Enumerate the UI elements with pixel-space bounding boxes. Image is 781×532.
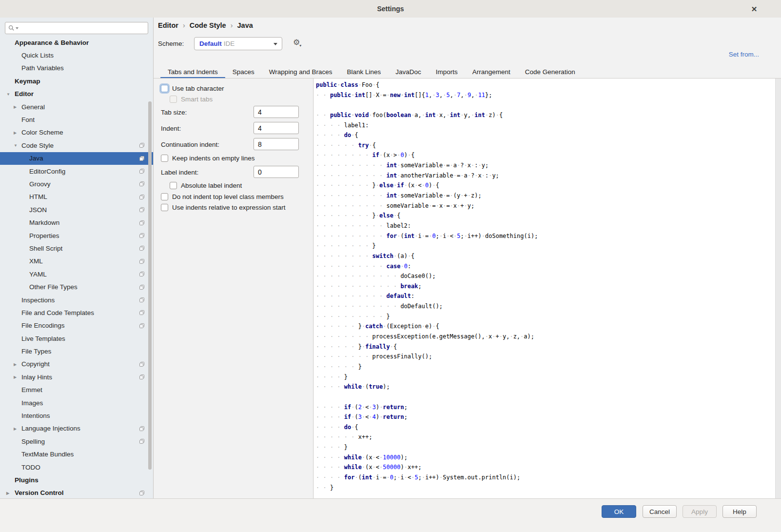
sidebar-item-groovy[interactable]: Groovy — [0, 177, 153, 190]
tab-javadoc[interactable]: JavaDoc — [388, 65, 429, 79]
expand-arrow-icon[interactable]: ▶ — [14, 426, 17, 431]
copy-settings-icon — [139, 271, 145, 277]
collapse-arrow-icon[interactable]: ▼ — [14, 143, 18, 148]
breadcrumb-item-java[interactable]: Java — [237, 21, 253, 29]
code-line — [316, 392, 781, 402]
tab-wrapping-and-braces[interactable]: Wrapping and Braces — [262, 65, 340, 79]
sidebar-item-html[interactable]: HTML — [0, 191, 153, 203]
use-indents-relative-checkbox[interactable] — [161, 204, 168, 211]
code-line: · · · · · · · · · · default: — [316, 291, 781, 301]
sidebar-item-plugins[interactable]: Plugins — [0, 473, 153, 486]
collapse-arrow-icon[interactable]: ▼ — [6, 92, 10, 96]
help-button[interactable]: Help — [722, 505, 757, 518]
sidebar-item-shell-script[interactable]: Shell Script — [0, 242, 153, 255]
breadcrumb-item-code-style[interactable]: Code Style — [190, 21, 226, 29]
search-box[interactable] — [5, 22, 148, 34]
sidebar-item-code-style[interactable]: ▼Code Style — [0, 139, 153, 152]
copy-settings-icon — [139, 438, 145, 444]
sidebar-item-copyright[interactable]: ▶Copyright — [0, 358, 153, 371]
sidebar-item-inspections[interactable]: Inspections — [0, 294, 153, 306]
label-indent-label: Label indent: — [161, 166, 198, 178]
sidebar-item-appearance-behavior[interactable]: Appearance & Behavior — [0, 36, 153, 49]
tab-arrangement[interactable]: Arrangement — [465, 65, 518, 79]
sidebar-item-version-control[interactable]: ▶Version Control — [0, 487, 153, 499]
code-preview-pane[interactable]: public·class·Foo·{· · public·int[]·X·=·n… — [314, 79, 781, 498]
keep-indents-label: Keep indents on empty lines — [172, 155, 255, 162]
continuation-indent-input[interactable] — [254, 138, 299, 150]
use-indents-relative-row: Use indents relative to expression start — [161, 204, 286, 211]
do-not-indent-top-level-checkbox[interactable] — [161, 193, 168, 200]
cancel-button[interactable]: Cancel — [643, 505, 677, 518]
keep-indents-checkbox[interactable] — [161, 155, 168, 162]
absolute-label-indent-row: Absolute label indent — [170, 182, 242, 189]
sidebar-scrollbar[interactable] — [148, 101, 152, 470]
sidebar-item-other-file-types[interactable]: Other File Types — [0, 280, 153, 293]
sidebar-item-xml[interactable]: XML — [0, 255, 153, 268]
sidebar-item-path-variables[interactable]: Path Variables — [0, 62, 153, 75]
sidebar-item-quick-lists[interactable]: Quick Lists — [0, 49, 153, 61]
tab-tabs-and-indents[interactable]: Tabs and Indents — [160, 65, 225, 79]
sidebar-item-images[interactable]: Images — [0, 396, 153, 409]
tabs-and-indents-form: Use tab character Smart tabs Tab size: I… — [154, 79, 313, 498]
indent-input[interactable] — [254, 122, 299, 134]
sidebar-item-spelling[interactable]: Spelling — [0, 435, 153, 448]
code-line: · · · · · · · · · · int·anotherVariable·… — [316, 171, 781, 181]
sidebar-item-editor[interactable]: ▼Editor — [0, 88, 153, 100]
sidebar-item-file-types[interactable]: File Types — [0, 345, 153, 357]
sidebar-item-yaml[interactable]: YAML — [0, 268, 153, 280]
code-line: · · · · · · · · processFinally(); — [316, 352, 781, 362]
sidebar-item-label: Plugins — [15, 476, 39, 484]
sidebar-item-label: JSON — [29, 206, 47, 214]
sidebar-item-editorconfig[interactable]: EditorConfig — [0, 165, 153, 177]
search-history-caret-icon[interactable] — [16, 27, 19, 29]
scheme-gear-button[interactable]: ⚙▾ — [293, 38, 301, 48]
copy-settings-icon — [139, 426, 145, 432]
sidebar-item-live-templates[interactable]: Live Templates — [0, 332, 153, 345]
scheme-value: Default — [199, 40, 222, 47]
sidebar-item-properties[interactable]: Properties — [0, 229, 153, 242]
sidebar-item-label: XML — [29, 257, 43, 265]
sidebar-item-todo[interactable]: TODO — [0, 461, 153, 473]
sidebar-item-emmet[interactable]: Emmet — [0, 384, 153, 396]
sidebar-item-file-encodings[interactable]: File Encodings — [0, 319, 153, 332]
scheme-select[interactable]: DefaultIDE — [194, 37, 282, 50]
tab-imports[interactable]: Imports — [429, 65, 465, 79]
use-tab-character-checkbox[interactable] — [161, 85, 168, 92]
absolute-label-indent-checkbox[interactable] — [170, 182, 177, 189]
sidebar-item-inlay-hints[interactable]: ▶Inlay Hints — [0, 371, 153, 383]
expand-arrow-icon[interactable]: ▶ — [14, 105, 17, 109]
expand-arrow-icon[interactable]: ▶ — [14, 362, 17, 366]
sidebar-item-label: File Encodings — [21, 322, 65, 329]
tab-spaces[interactable]: Spaces — [225, 65, 262, 79]
label-indent-input[interactable] — [254, 166, 299, 178]
keep-indents-row: Keep indents on empty lines — [161, 155, 255, 162]
sidebar-item-color-scheme[interactable]: ▶Color Scheme — [0, 126, 153, 139]
apply-button[interactable]: Apply — [683, 505, 717, 518]
sidebar-item-font[interactable]: Font — [0, 113, 153, 126]
sidebar-item-textmate-bundles[interactable]: TextMate Bundles — [0, 448, 153, 461]
sidebar-item-intentions[interactable]: Intentions — [0, 409, 153, 422]
expand-arrow-icon[interactable]: ▶ — [6, 491, 9, 495]
sidebar-item-markdown[interactable]: Markdown — [0, 216, 153, 229]
use-tab-character-label: Use tab character — [172, 85, 224, 92]
sidebar-item-file-and-code-templates[interactable]: File and Code Templates — [0, 306, 153, 319]
tab-blank-lines[interactable]: Blank Lines — [339, 65, 388, 79]
ok-button[interactable]: OK — [602, 505, 636, 518]
tab-size-input[interactable] — [254, 106, 299, 118]
sidebar-item-keymap[interactable]: Keymap — [0, 75, 153, 87]
set-from-link[interactable]: Set from... — [729, 51, 759, 58]
breadcrumb-item-editor[interactable]: Editor — [158, 21, 178, 29]
preview-scrollbar[interactable] — [775, 79, 781, 498]
expand-arrow-icon[interactable]: ▶ — [14, 130, 17, 135]
sidebar-item-json[interactable]: JSON — [0, 203, 153, 216]
sidebar-item-general[interactable]: ▶General — [0, 100, 153, 113]
tab-code-generation[interactable]: Code Generation — [518, 65, 583, 79]
copy-settings-icon — [139, 220, 145, 226]
code-preview[interactable]: public·class·Foo·{· · public·int[]·X·=·n… — [314, 79, 781, 493]
sidebar-item-label: Color Scheme — [21, 129, 63, 136]
expand-arrow-icon[interactable]: ▶ — [14, 375, 17, 379]
sidebar-item-java[interactable]: Java — [0, 152, 153, 165]
close-icon[interactable]: ✕ — [749, 4, 760, 15]
sidebar-item-language-injections[interactable]: ▶Language Injections — [0, 422, 153, 435]
search-input[interactable] — [21, 24, 148, 32]
